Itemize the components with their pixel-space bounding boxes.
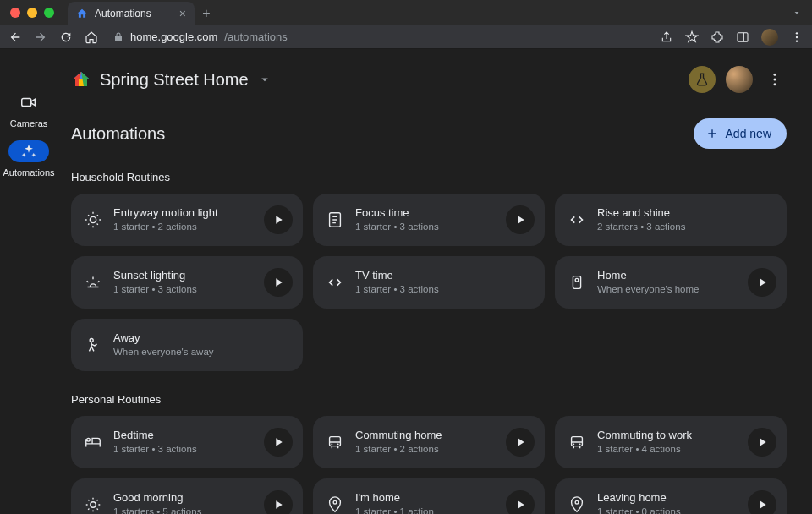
routine-card-text: Focus time1 starter • 3 actions	[355, 206, 499, 233]
home-selector[interactable]: Spring Street Home	[71, 69, 272, 90]
code-icon	[325, 272, 345, 293]
routine-title: Entryway motion light	[113, 206, 257, 221]
add-new-label: Add new	[726, 127, 771, 140]
sidebar-item-label: Automations	[3, 167, 54, 178]
routine-card[interactable]: Rise and shine2 starters • 3 actions	[555, 194, 787, 246]
traffic-lights	[10, 8, 54, 18]
home-name: Spring Street Home	[100, 70, 249, 90]
sparkle-icon	[8, 140, 49, 162]
home-button[interactable]	[85, 30, 98, 44]
pin-icon	[325, 495, 345, 514]
routine-subtitle: 1 starter • 0 actions	[597, 506, 741, 514]
svg-rect-5	[22, 98, 31, 106]
address-bar[interactable]: home.google.com/automations	[110, 30, 648, 43]
user-avatar[interactable]	[726, 66, 753, 93]
routine-subtitle: 1 starter • 3 actions	[355, 221, 499, 233]
play-button[interactable]	[506, 428, 535, 457]
chevron-down-icon	[257, 72, 272, 87]
profile-avatar[interactable]	[761, 29, 778, 46]
routine-card-text: Sunset lighting1 starter • 3 actions	[113, 269, 257, 296]
minimize-window-button[interactable]	[27, 8, 37, 18]
routine-card[interactable]: Commuting home1 starter • 2 actions	[313, 416, 545, 468]
browser-toolbar: home.google.com/automations	[0, 25, 812, 49]
bed-icon	[83, 432, 103, 452]
play-button[interactable]	[748, 428, 776, 457]
sidebar-rail: Cameras Automations	[0, 49, 58, 514]
routine-card[interactable]: Focus time1 starter • 3 actions	[313, 194, 545, 246]
svg-rect-0	[738, 32, 748, 41]
routine-subtitle: 1 starter • 4 actions	[597, 443, 741, 456]
chrome-menu-icon[interactable]	[790, 30, 804, 44]
sunset-icon	[83, 272, 103, 293]
routine-card-text: AwayWhen everyone's away	[113, 331, 293, 358]
svg-point-4	[796, 40, 798, 41]
routine-title: Sunset lighting	[113, 269, 257, 283]
play-button[interactable]	[264, 205, 293, 234]
play-button[interactable]	[748, 268, 776, 297]
share-icon[interactable]	[660, 30, 673, 44]
play-button[interactable]	[264, 428, 293, 457]
play-button[interactable]	[264, 490, 293, 514]
routine-title: Commuting home	[355, 429, 499, 443]
routine-card[interactable]: HomeWhen everyone's home	[555, 256, 787, 309]
play-button[interactable]	[506, 490, 535, 514]
svg-point-8	[774, 83, 776, 85]
forward-button[interactable]	[34, 30, 47, 44]
routine-title: Good morning	[113, 491, 257, 506]
sidebar-item-cameras[interactable]: Cameras	[8, 91, 49, 128]
routine-card[interactable]: AwayWhen everyone's away	[71, 319, 303, 371]
extensions-icon[interactable]	[710, 30, 724, 44]
back-button[interactable]	[8, 30, 22, 44]
close-window-button[interactable]	[10, 8, 20, 18]
maximize-window-button[interactable]	[44, 8, 54, 18]
routine-card[interactable]: Leaving home1 starter • 0 actions	[555, 478, 787, 514]
routine-card-text: Bedtime1 starter • 3 actions	[113, 429, 257, 456]
routine-card-text: Leaving home1 starter • 0 actions	[597, 491, 741, 514]
side-panel-icon[interactable]	[736, 30, 749, 44]
bookmark-icon[interactable]	[685, 30, 699, 44]
routine-card-text: TV time1 starter • 3 actions	[355, 269, 535, 296]
svg-point-7	[774, 79, 776, 81]
routine-title: Bedtime	[113, 429, 257, 443]
chevron-down-icon[interactable]	[792, 8, 802, 18]
routine-subtitle: When everyone's home	[597, 283, 741, 296]
sidebar-item-automations[interactable]: Automations	[3, 140, 54, 178]
play-button[interactable]	[748, 490, 776, 514]
routine-card-text: Commuting to work1 starter • 4 actions	[597, 429, 741, 456]
routine-title: Away	[113, 331, 293, 346]
url-path: /automations	[224, 30, 287, 43]
routine-subtitle: 1 starter • 3 actions	[355, 283, 535, 296]
reload-button[interactable]	[59, 30, 73, 44]
play-button[interactable]	[264, 268, 293, 297]
close-tab-icon[interactable]: ×	[179, 8, 186, 19]
experiments-icon[interactable]	[689, 66, 716, 93]
svg-point-2	[796, 32, 798, 34]
google-home-favicon	[76, 8, 88, 19]
routine-card[interactable]: Bedtime1 starter • 3 actions	[71, 416, 303, 468]
routine-card[interactable]: TV time1 starter • 3 actions	[313, 256, 545, 309]
routine-title: Focus time	[355, 206, 499, 221]
routine-subtitle: When everyone's away	[113, 346, 293, 358]
routine-card[interactable]: Sunset lighting1 starter • 3 actions	[71, 256, 303, 309]
play-button[interactable]	[506, 205, 535, 234]
app-root: Cameras Automations Spring Street Home	[0, 49, 812, 514]
main-content: Spring Street Home Automations Add new H…	[58, 49, 812, 514]
add-new-button[interactable]: Add new	[694, 118, 787, 149]
tab-title: Automations	[95, 8, 151, 19]
routine-grid: Entryway motion light1 starter • 2 actio…	[71, 194, 787, 371]
routine-subtitle: 2 starters • 3 actions	[597, 221, 776, 233]
more-menu-icon[interactable]	[763, 68, 787, 91]
bulb-icon	[83, 210, 103, 230]
plus-icon	[705, 127, 719, 140]
new-tab-button[interactable]: +	[195, 2, 218, 25]
routine-subtitle: 1 starter • 2 actions	[113, 221, 257, 233]
routine-card[interactable]: Good morning1 starters • 5 actions	[71, 478, 303, 514]
routine-title: Commuting to work	[597, 429, 741, 443]
routine-card[interactable]: Commuting to work1 starter • 4 actions	[555, 416, 787, 468]
browser-tab-active[interactable]: Automations ×	[68, 2, 195, 25]
bus-icon	[325, 432, 345, 452]
routine-card[interactable]: Entryway motion light1 starter • 2 actio…	[71, 194, 303, 246]
routine-card[interactable]: I'm home1 starter • 1 action	[313, 478, 545, 514]
routine-subtitle: 1 starters • 5 actions	[113, 506, 257, 514]
sidebar-item-label: Cameras	[10, 118, 48, 128]
